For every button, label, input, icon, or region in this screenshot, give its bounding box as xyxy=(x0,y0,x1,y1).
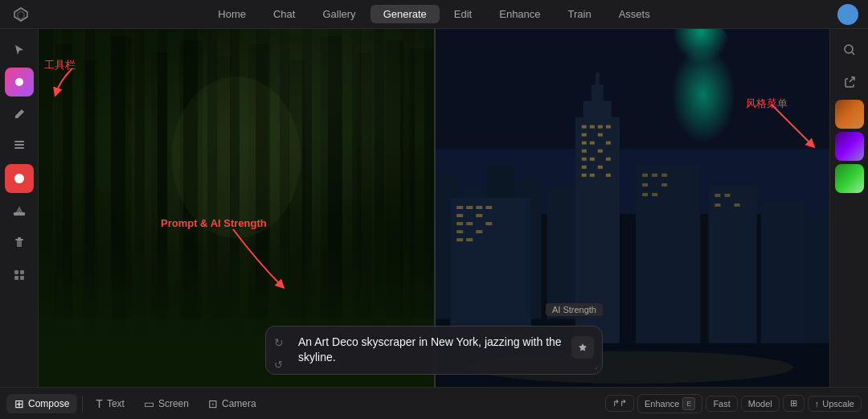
svg-rect-16 xyxy=(55,44,72,384)
generate-button[interactable] xyxy=(571,336,594,359)
svg-rect-69 xyxy=(598,150,603,153)
svg-rect-76 xyxy=(590,174,595,177)
tab-assets[interactable]: Assets xyxy=(606,5,663,23)
svg-rect-14 xyxy=(20,276,24,280)
svg-rect-75 xyxy=(582,174,587,177)
svg-rect-90 xyxy=(724,194,730,197)
svg-rect-60 xyxy=(590,125,595,129)
svg-rect-71 xyxy=(590,158,595,161)
refresh-icon[interactable]: ↻ xyxy=(274,336,290,352)
svg-rect-86 xyxy=(661,183,667,187)
bottom-bar: ⊞ Compose T Text ▭ Screen ⊡ Camera ↱↱ En… xyxy=(0,387,868,419)
top-navigation: Home Chat Gallery Generate Edit Enhance … xyxy=(0,0,868,29)
select-tool[interactable] xyxy=(5,35,34,64)
svg-rect-70 xyxy=(582,158,587,161)
screen-button[interactable]: ▭ Screen xyxy=(136,394,197,413)
grid-button[interactable]: ⊞ xyxy=(783,395,805,412)
tab-generate[interactable]: Generate xyxy=(371,5,440,23)
prompt-box[interactable]: ↻ An Art Deco skyscraper in New York, ja… xyxy=(265,326,603,375)
svg-rect-67 xyxy=(606,142,611,145)
canvas-area: AI Strength ↻ An Art Deco skyscraper in … xyxy=(39,29,829,387)
eraser-tool[interactable] xyxy=(5,196,34,225)
layers-tool[interactable] xyxy=(5,132,34,161)
svg-rect-52 xyxy=(476,230,482,233)
share-button[interactable] xyxy=(835,68,864,97)
left-toolbar xyxy=(0,29,39,387)
svg-rect-3 xyxy=(14,144,24,146)
compose-button[interactable]: ⊞ Compose xyxy=(6,394,77,413)
svg-rect-65 xyxy=(582,142,587,145)
svg-rect-77 xyxy=(606,174,611,177)
svg-rect-5 xyxy=(14,141,24,142)
svg-rect-7 xyxy=(14,212,25,216)
circle-tool[interactable] xyxy=(5,164,34,193)
tab-chat[interactable]: Chat xyxy=(260,5,308,23)
svg-rect-68 xyxy=(582,150,587,153)
redo-button[interactable]: ↱↱ xyxy=(605,395,634,412)
paint-tool[interactable] xyxy=(5,68,34,97)
fast-label: Fast xyxy=(713,399,730,409)
enhance-label: Enhance xyxy=(645,399,679,409)
tab-home[interactable]: Home xyxy=(205,5,259,23)
model-label: Model xyxy=(748,399,772,409)
svg-rect-40 xyxy=(547,186,579,319)
history-icon[interactable]: ↺ xyxy=(274,359,283,371)
style-thumbnail-1[interactable] xyxy=(835,100,864,129)
search-button[interactable] xyxy=(835,35,864,64)
tab-edit[interactable]: Edit xyxy=(441,5,485,23)
svg-rect-10 xyxy=(18,237,21,239)
text-label: Text xyxy=(107,398,125,409)
upscale-button[interactable]: ↑ Upscale xyxy=(808,396,862,412)
svg-rect-42 xyxy=(457,206,463,209)
tab-enhance[interactable]: Enhance xyxy=(486,5,553,23)
fast-button[interactable]: Fast xyxy=(706,396,737,412)
tab-train[interactable]: Train xyxy=(555,5,604,23)
svg-rect-91 xyxy=(714,203,720,207)
svg-rect-18 xyxy=(111,36,131,384)
model-button[interactable]: Model xyxy=(741,396,780,412)
style-thumbnail-2[interactable] xyxy=(835,132,864,161)
svg-rect-9 xyxy=(15,239,23,240)
bottom-right-controls: ↱↱ Enhance E Fast Model ⊞ ↑ Upscale xyxy=(605,394,862,413)
svg-rect-73 xyxy=(582,166,587,169)
text-button[interactable]: T Text xyxy=(88,394,133,413)
svg-rect-8 xyxy=(17,240,22,247)
svg-rect-50 xyxy=(485,222,492,225)
grid-tool[interactable] xyxy=(5,261,34,290)
nav-tab-list: Home Chat Gallery Generate Edit Enhance … xyxy=(205,5,662,23)
svg-rect-47 xyxy=(476,214,482,217)
prompt-area: AI Strength ↻ An Art Deco skyscraper in … xyxy=(265,326,603,375)
svg-rect-74 xyxy=(598,166,603,169)
trash-tool[interactable] xyxy=(5,228,34,257)
svg-rect-4 xyxy=(14,147,24,149)
svg-rect-54 xyxy=(466,238,473,241)
svg-point-30 xyxy=(87,335,183,368)
prompt-text: An Art Deco skyscraper in New York, jazz… xyxy=(298,335,570,366)
svg-point-28 xyxy=(172,76,301,238)
style-thumbnail-3[interactable] xyxy=(835,164,864,193)
svg-point-6 xyxy=(14,174,24,183)
svg-rect-72 xyxy=(606,158,611,161)
svg-rect-66 xyxy=(590,142,595,145)
ai-strength-label: AI Strength xyxy=(546,303,603,316)
camera-button[interactable]: ⊡ Camera xyxy=(200,394,264,413)
svg-rect-61 xyxy=(598,125,603,129)
svg-line-96 xyxy=(852,52,854,55)
svg-rect-13 xyxy=(14,276,18,280)
svg-marker-1 xyxy=(18,11,24,19)
svg-rect-63 xyxy=(582,134,587,137)
app-logo xyxy=(10,3,32,26)
tab-gallery[interactable]: Gallery xyxy=(309,5,368,23)
svg-rect-58 xyxy=(596,72,600,88)
svg-rect-12 xyxy=(20,270,24,274)
enhance-button[interactable]: Enhance E xyxy=(637,394,702,413)
pen-tool[interactable] xyxy=(5,100,34,129)
user-avatar[interactable] xyxy=(837,4,858,25)
svg-rect-84 xyxy=(661,174,667,177)
upscale-label: Upscale xyxy=(822,399,854,409)
svg-rect-59 xyxy=(582,125,587,129)
svg-rect-46 xyxy=(457,214,463,217)
resize-handle[interactable]: ⌟ xyxy=(594,361,598,370)
svg-rect-62 xyxy=(606,125,611,129)
right-panel xyxy=(829,29,868,387)
